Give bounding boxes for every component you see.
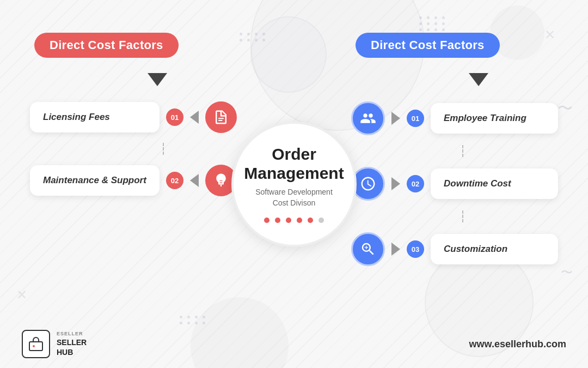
right-num-1: 01 — [407, 110, 424, 127]
cross-decor-2: ✕ — [16, 287, 27, 303]
svg-rect-1 — [218, 120, 223, 121]
bg-circle-3 — [250, 16, 327, 93]
svg-point-4 — [33, 345, 35, 347]
wave-decor-2: 〜 — [561, 264, 573, 281]
dashed-line-right-1 — [367, 145, 558, 157]
left-num-2: 02 — [166, 172, 183, 189]
center-circle: OrderManagement Software DevelopmentCost… — [231, 122, 357, 247]
right-cost-items: 01 Employee Training 02 — [351, 101, 558, 266]
left-item-1: Licensing Fees 01 — [30, 101, 237, 133]
dot-6[interactable] — [318, 218, 324, 223]
right-label-downtime: Downtime Cost — [431, 168, 558, 199]
right-badge: Direct Cost Factors — [356, 33, 558, 68]
right-num-3: 03 — [407, 240, 424, 258]
right-item-1: 01 Employee Training — [351, 101, 558, 135]
left-tri-1 — [190, 111, 199, 124]
dot-4[interactable] — [297, 218, 302, 223]
right-label-customization: Customization — [431, 234, 558, 264]
right-label-training: Employee Training — [431, 103, 558, 134]
dot-grid-2 — [180, 316, 207, 324]
right-item-2: 02 Downtime Cost — [351, 167, 558, 201]
right-tri-2 — [391, 177, 400, 190]
dot-3[interactable] — [286, 218, 291, 223]
left-arrow-down — [148, 73, 167, 86]
dashed-line-left — [90, 143, 237, 155]
dot-1[interactable] — [264, 218, 270, 223]
dot-2[interactable] — [275, 218, 280, 223]
left-tri-2 — [190, 174, 199, 187]
right-section: Direct Cost Factors 01 Employee Train — [351, 33, 558, 266]
dot-grid-1 — [419, 16, 446, 31]
right-tri-1 — [391, 112, 400, 125]
left-label-maintenance: Maintenance & Support — [30, 165, 160, 196]
left-label-licensing: Licensing Fees — [30, 102, 160, 132]
logo-box — [22, 330, 50, 358]
left-section: Direct Cost Factors Licensing Fees 01 — [30, 33, 237, 196]
svg-rect-3 — [29, 342, 42, 351]
website-url: www.esellerhub.com — [469, 339, 566, 350]
main-container: ✕ ✕ 〜 〜 Direct Cost Factors Licensing Fe… — [0, 0, 588, 368]
center-title: OrderManagement — [244, 145, 344, 183]
left-badge: Direct Cost Factors — [34, 33, 237, 68]
left-num-1: 01 — [166, 108, 183, 126]
footer: eSeller SELLER HUB www.esellerhub.com — [0, 330, 588, 358]
logo-text: eSeller SELLER HUB — [57, 331, 87, 357]
wave-decor-1: 〜 — [558, 98, 573, 119]
right-arrow-down — [469, 73, 488, 86]
left-icon-1 — [205, 101, 237, 133]
logo-icon — [27, 335, 45, 353]
dot-grid-3 — [240, 33, 267, 41]
dot-pagination — [264, 218, 324, 223]
left-item-2: Maintenance & Support 02 — [30, 165, 237, 196]
svg-rect-0 — [218, 118, 224, 119]
right-icon-3 — [351, 232, 385, 266]
right-icon-1 — [351, 101, 385, 135]
left-cost-items: Licensing Fees 01 — [30, 101, 237, 196]
dashed-line-right-2 — [367, 210, 558, 222]
svg-rect-2 — [220, 185, 222, 187]
right-tri-3 — [391, 243, 400, 256]
right-item-3: 03 Customization — [351, 232, 558, 266]
right-num-2: 02 — [407, 175, 424, 192]
center-subtitle: Software DevelopmentCost Divison — [255, 187, 333, 208]
dot-5[interactable] — [308, 218, 313, 223]
logo-area: eSeller SELLER HUB — [22, 330, 87, 358]
